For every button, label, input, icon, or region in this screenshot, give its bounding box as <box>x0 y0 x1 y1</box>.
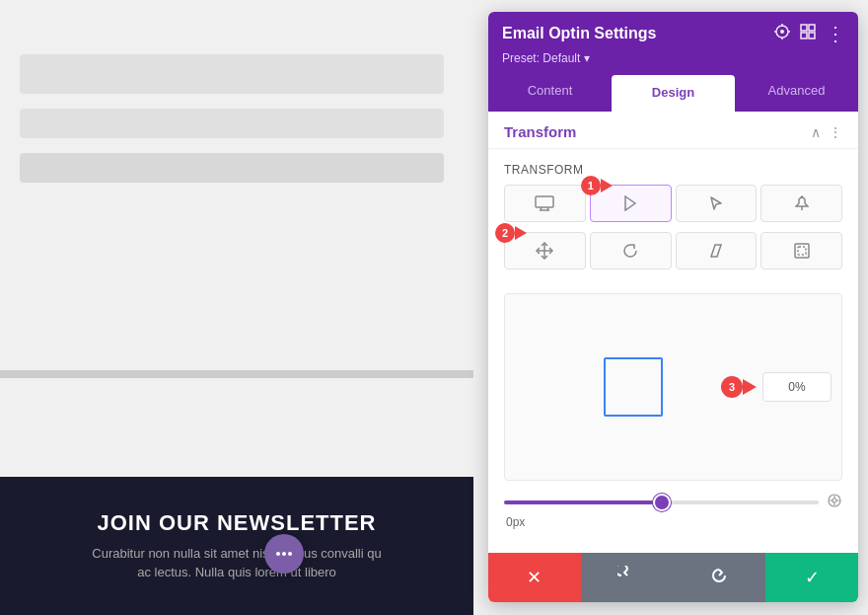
svg-rect-9 <box>809 33 815 38</box>
redo-button[interactable] <box>674 553 766 602</box>
section-more-icon[interactable]: ⋮ <box>829 124 842 140</box>
slider-thumb[interactable] <box>655 496 669 509</box>
panel-tabs: Content Design Advanced <box>488 73 858 112</box>
desktop-btn[interactable] <box>504 185 586 222</box>
floating-menu-button[interactable] <box>264 534 304 574</box>
reset-icon <box>617 566 637 590</box>
panel-header-icons: ⋮ <box>774 22 844 45</box>
svg-rect-7 <box>809 25 815 31</box>
scale-btn[interactable] <box>760 232 842 269</box>
move-type-btn[interactable]: 1 <box>590 185 672 222</box>
slider-wrapper <box>504 493 842 511</box>
svg-rect-17 <box>795 244 809 258</box>
transform-canvas[interactable]: 3 <box>504 293 842 481</box>
transform-field-label: Transform <box>504 163 842 177</box>
badge-3: 3 <box>721 376 743 398</box>
slider-link-icon[interactable] <box>827 493 842 511</box>
bg-element-2 <box>20 109 444 138</box>
tab-design[interactable]: Design <box>612 75 735 112</box>
newsletter-text: Curabitur non nulla sit amet nisl tempus… <box>92 544 381 582</box>
dots-icon <box>276 552 292 556</box>
canvas-input-area: 3 <box>721 372 832 402</box>
badge-3-container: 3 <box>721 376 757 398</box>
section-header-actions: ∧ ⋮ <box>811 124 842 140</box>
rotate-btn[interactable] <box>590 232 672 269</box>
svg-rect-10 <box>536 196 553 207</box>
panel-header-top: Email Optin Settings <box>502 22 844 45</box>
cursor-btn[interactable] <box>676 185 758 222</box>
svg-rect-8 <box>801 33 807 38</box>
canvas-element-square <box>604 357 663 417</box>
slider-area: 0px <box>504 493 842 539</box>
translate-btn[interactable]: 2 <box>504 232 586 269</box>
skew-btn[interactable] <box>676 232 758 269</box>
bg-element-1 <box>20 54 444 94</box>
pin-btn[interactable] <box>760 185 842 222</box>
target-icon[interactable] <box>774 24 790 43</box>
panel-body: Transform ∧ ⋮ Transform <box>488 112 858 553</box>
tab-content[interactable]: Content <box>488 73 612 112</box>
badge-1: 1 <box>581 176 601 195</box>
badge-1-arrow <box>601 179 613 192</box>
check-icon: ✓ <box>805 567 820 588</box>
svg-rect-18 <box>798 247 806 255</box>
badge-3-arrow <box>743 379 757 395</box>
transform-icon-row-2: 2 <box>504 232 842 269</box>
more-options-icon[interactable]: ⋮ <box>826 22 844 45</box>
bg-divider <box>0 370 473 378</box>
cancel-icon: ✕ <box>527 567 542 588</box>
panel-title: Email Optin Settings <box>502 25 656 42</box>
panel-preset[interactable]: Preset: Default ▾ <box>502 51 844 65</box>
slider-value-label: 0px <box>504 515 842 529</box>
panel-header: Email Optin Settings <box>488 12 858 73</box>
slider-track[interactable] <box>504 500 819 504</box>
transform-section-header: Transform ∧ ⋮ <box>488 112 858 149</box>
reset-button[interactable] <box>581 553 674 602</box>
transform-icon-row-1: 1 <box>504 185 842 222</box>
panel-footer: ✕ ✓ <box>488 553 858 602</box>
bg-element-3 <box>20 153 444 183</box>
transform-value-input[interactable] <box>762 372 832 402</box>
tab-advanced[interactable]: Advanced <box>735 73 858 112</box>
cancel-button[interactable]: ✕ <box>488 553 581 602</box>
newsletter-section: JOIN OUR NEWSLETTER Curabitur non nulla … <box>0 477 473 615</box>
settings-panel: Email Optin Settings <box>488 12 858 602</box>
grid-icon[interactable] <box>800 24 816 43</box>
transform-section-content: Transform 1 <box>488 149 858 293</box>
section-title: Transform <box>504 123 576 140</box>
redo-icon <box>709 566 729 590</box>
svg-rect-6 <box>801 25 807 31</box>
svg-point-1 <box>780 30 784 34</box>
collapse-icon[interactable]: ∧ <box>811 124 821 140</box>
newsletter-title: JOIN OUR NEWSLETTER <box>97 510 376 536</box>
badge-2-arrow <box>515 226 527 240</box>
badge-2: 2 <box>495 223 515 243</box>
slider-fill <box>504 500 662 504</box>
confirm-button[interactable]: ✓ <box>765 553 858 602</box>
